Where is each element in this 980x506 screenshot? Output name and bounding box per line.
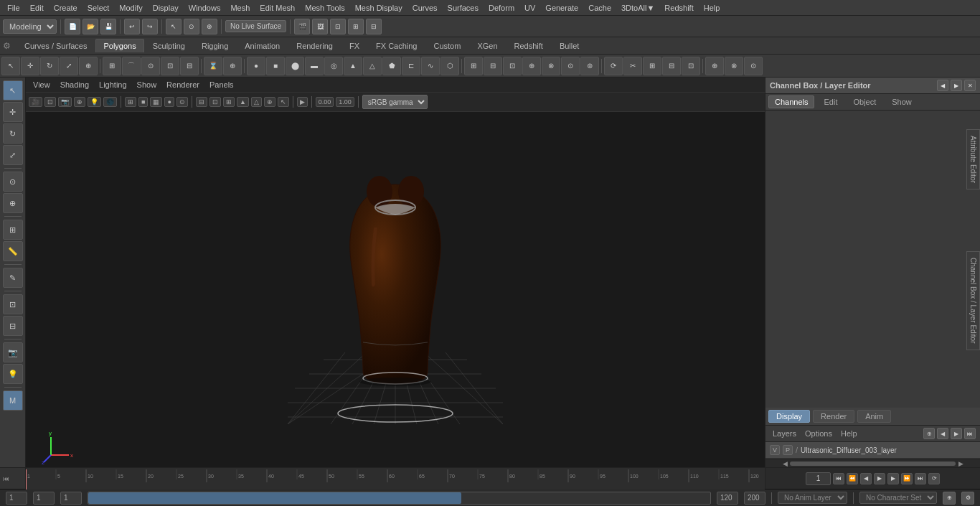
display-tab[interactable]: Display [768,410,810,423]
tab-edit[interactable]: Edit [817,95,844,108]
render4-button[interactable]: ⊟ [366,19,382,34]
anim-prev-btn[interactable]: ◀ [860,473,872,484]
layer-back-btn[interactable]: ◀ [937,428,948,439]
scroll-left-arrow[interactable]: ◀ [780,460,790,467]
anim-end-btn[interactable]: ⏭ [915,473,926,484]
rotate-tool[interactable]: ↻ [3,123,23,144]
menu-item-mesh-display[interactable]: Mesh Display [351,2,407,14]
vp-menu-view[interactable]: View [30,80,53,90]
anim-layer-select[interactable]: No Anim Layer [778,492,847,504]
prism-btn[interactable]: ⬟ [382,57,401,75]
menu-item-curves[interactable]: Curves [408,2,442,14]
new-file-button[interactable]: 📄 [65,19,80,34]
range-slider[interactable] [88,492,711,505]
tab-animation[interactable]: Animation [237,39,288,52]
menu-item-cache[interactable]: Cache [584,2,616,14]
vp-cam-btn[interactable]: 🎥 [29,97,42,107]
frame-field-3[interactable]: 1 [60,492,82,505]
menu-item-select[interactable]: Select [83,2,114,14]
menu-item-uv[interactable]: UV [520,2,540,14]
frame-field-2[interactable]: 1 [33,492,55,505]
platonic-btn[interactable]: ⬡ [440,57,459,75]
menu-item-modify[interactable]: Modify [115,2,146,14]
select-mode-btn[interactable]: ↖ [1,57,20,75]
menu-item-file[interactable]: File [3,2,24,14]
cylinder-btn[interactable]: ⬤ [286,57,304,75]
vp-hud-btn[interactable]: ⊡ [209,97,221,107]
tab-object[interactable]: Object [847,95,882,108]
char-set-select[interactable]: No Character Set [859,492,937,504]
char-btn1[interactable]: ⊕ [943,492,956,505]
render-button[interactable]: 🎬 [294,19,310,34]
undo-button[interactable]: ↩ [124,19,140,34]
layer-playback-btn[interactable]: P [783,445,793,455]
menu-item-redshift[interactable]: Redshift [660,2,697,14]
merge-btn[interactable]: ⊚ [580,57,599,75]
vp-cam2-btn[interactable]: 📷 [58,97,72,107]
scroll-thumb[interactable] [790,462,956,466]
tab-sculpting[interactable]: Sculpting [145,39,193,52]
snap-point-btn[interactable]: ⊙ [141,57,160,75]
vp-menu-renderer[interactable]: Renderer [164,80,202,90]
vp-crease-btn[interactable]: △ [251,97,262,107]
annotation-tool[interactable]: ✎ [3,268,23,288]
range-end-1[interactable]: 120 [717,492,738,505]
pipe-btn[interactable]: ⊏ [402,57,420,75]
vp-menu-show[interactable]: Show [134,80,160,90]
extrude-btn[interactable]: ⊞ [464,57,483,75]
redo-button[interactable]: ↪ [142,19,158,34]
vp-manip-btn[interactable]: ⊕ [264,97,275,107]
vp-wireframe-btn[interactable]: ⊞ [125,97,136,107]
menu-item-surfaces[interactable]: Surfaces [443,2,483,14]
tab-rendering[interactable]: Rendering [288,39,341,52]
menu-item-deform[interactable]: Deform [484,2,519,14]
vp-menu-lighting[interactable]: Lighting [96,80,130,90]
vp-sel-btn[interactable]: ↖ [278,97,289,107]
snap-grid-btn[interactable]: ⊞ [103,57,121,75]
gamma-selector[interactable]: sRGB gamma [362,95,428,109]
snap-curve-btn[interactable]: ⌒ [122,57,141,75]
rotate-btn[interactable]: ↻ [40,57,59,75]
separate-btn[interactable]: ⊗ [542,57,560,75]
vp-menu-panels[interactable]: Panels [207,80,237,90]
cone-btn[interactable]: ▲ [344,57,362,75]
vp-bookmark-btn[interactable]: ⊕ [74,97,85,107]
viewport-canvas[interactable]: x y z persp [26,112,765,467]
scroll-right-arrow[interactable]: ▶ [956,460,966,467]
helix-btn[interactable]: ∿ [421,57,440,75]
anim-tab[interactable]: Anim [857,410,891,423]
cube-btn[interactable]: ■ [266,57,285,75]
vp-solid-btn[interactable]: ■ [138,97,148,107]
vp-ortho-btn[interactable]: ⊡ [44,97,56,107]
measure-tool[interactable]: 📏 [3,241,23,261]
anim-loop-btn[interactable]: ⟳ [928,473,940,484]
menu-item-windows[interactable]: Windows [184,2,225,14]
multicut-btn[interactable]: ✂ [623,57,642,75]
snap-surface-btn[interactable]: ⊡ [161,57,179,75]
menu-item-3dto[interactable]: 3DtoAll▼ [617,2,659,14]
vp-smooth-btn[interactable]: ● [164,97,174,107]
tab-bullet[interactable]: Bullet [552,39,588,52]
sphere-btn[interactable]: ● [247,57,265,75]
sculpt-btn[interactable]: ⊗ [725,57,743,75]
lasso-tool-button[interactable]: ⊙ [184,19,199,34]
open-file-button[interactable]: 📂 [83,19,98,34]
layer-fwd-btn[interactable]: ▶ [951,428,962,439]
tab-show[interactable]: Show [885,95,918,108]
menu-item-edit-mesh[interactable]: Edit Mesh [255,2,299,14]
vp-menu-shading[interactable]: Shading [57,80,92,90]
range-end-2[interactable]: 200 [744,492,765,505]
offset-btn[interactable]: ⊟ [662,57,681,75]
tab-channels[interactable]: Channels [768,95,814,108]
anim-prev-key-btn[interactable]: ⏪ [847,473,858,484]
layer-scrollbar[interactable]: ◀ ▶ [765,459,980,467]
bridge-btn[interactable]: ⊟ [484,57,502,75]
menu-item-mesh-tools[interactable]: Mesh Tools [301,2,349,14]
bevel-btn[interactable]: ⊡ [503,57,522,75]
save-file-button[interactable]: 💾 [100,19,116,34]
vp-texture-btn[interactable]: ▦ [150,97,162,107]
select-tool-button[interactable]: ↖ [166,19,182,34]
layer-row[interactable]: V P / Ultrasonic_Diffuser_003_layer [765,442,980,459]
panel-close-btn[interactable]: ✕ [964,80,976,91]
snap-live-btn[interactable]: ⊟ [180,57,199,75]
